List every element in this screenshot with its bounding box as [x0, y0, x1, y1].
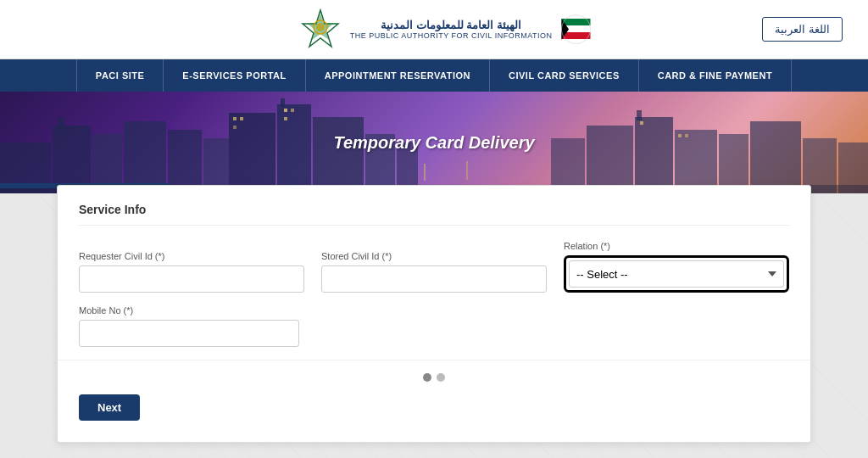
form-row-2: Mobile No (*)	[79, 305, 789, 347]
svg-rect-5	[561, 19, 590, 25]
logo-arabic-text: الهيئة العامة للمعلومات المدنية	[381, 19, 521, 31]
form-row-1: Requester Civil Id (*) Stored Civil Id (…	[79, 241, 789, 293]
next-button[interactable]: Next	[79, 394, 140, 421]
mobile-no-label: Mobile No (*)	[79, 305, 299, 316]
arabic-language-button[interactable]: اللغة العربية	[762, 17, 843, 42]
hero-title: Temporary Card Delivery	[333, 133, 534, 153]
logo-container: الهيئة العامة للمعلومات المدنية THE PUBL…	[299, 8, 591, 51]
svg-rect-36	[284, 109, 287, 112]
header: الهيئة العامة للمعلومات المدنية THE PUBL…	[0, 0, 868, 59]
hero-background: Temporary Card Delivery	[0, 92, 868, 193]
requester-civil-id-group: Requester Civil Id (*)	[79, 251, 304, 293]
nav-item-paci-site[interactable]: PACI SITE	[76, 59, 164, 92]
form-separator	[58, 360, 810, 360]
pagination-dot-1	[423, 373, 431, 382]
svg-rect-19	[281, 98, 285, 107]
stored-civil-id-group: Stored Civil Id (*)	[321, 251, 547, 293]
relation-group: Relation (*) -- Select -- Self Spouse Ch…	[564, 241, 789, 293]
nav-item-eservices[interactable]: E-SERVICES PORTAL	[164, 59, 305, 92]
svg-rect-40	[678, 134, 682, 137]
svg-rect-38	[284, 117, 287, 120]
service-info-form: Service Info Requester Civil Id (*) Stor…	[57, 185, 811, 443]
svg-rect-20	[313, 117, 364, 193]
form-section-title: Service Info	[79, 203, 789, 226]
svg-rect-34	[240, 117, 243, 120]
pagination-dot-2	[437, 373, 445, 382]
svg-rect-27	[675, 130, 717, 193]
svg-rect-41	[685, 134, 688, 137]
relation-select[interactable]: -- Select -- Self Spouse Child Parent	[569, 260, 784, 288]
pagination-dots	[79, 373, 789, 382]
svg-rect-39	[640, 121, 643, 125]
svg-rect-24	[587, 126, 633, 193]
relation-label: Relation (*)	[564, 241, 789, 251]
stored-civil-id-input[interactable]	[321, 265, 547, 293]
stored-civil-id-label: Stored Civil Id (*)	[321, 251, 547, 261]
svg-rect-29	[750, 121, 801, 193]
svg-rect-33	[233, 117, 236, 120]
svg-rect-42	[424, 164, 426, 181]
relation-select-highlight: -- Select -- Self Spouse Child Parent	[564, 255, 789, 293]
svg-rect-43	[466, 161, 468, 180]
navigation-bar: PACI SITE E-SERVICES PORTAL APPOINTMENT …	[0, 59, 868, 92]
requester-civil-id-label: Requester Civil Id (*)	[79, 251, 304, 261]
svg-point-3	[316, 23, 325, 31]
svg-rect-17	[229, 113, 275, 193]
nav-item-appointment[interactable]: APPOINTMENT RESERVATION	[306, 59, 490, 92]
requester-civil-id-input[interactable]	[79, 265, 304, 293]
logo-english-text: THE PUBLIC AUTHORITY FOR CIVIL INFORMATI…	[350, 31, 553, 40]
svg-rect-25	[635, 117, 673, 193]
nav-item-card-fine[interactable]: CARD & FINE PAYMENT	[639, 59, 792, 92]
svg-rect-12	[58, 117, 64, 130]
svg-rect-15	[168, 130, 202, 193]
svg-rect-26	[637, 110, 642, 120]
nav-item-civil-card[interactable]: CIVIL CARD SERVICES	[490, 59, 639, 92]
svg-rect-37	[291, 109, 294, 112]
mobile-no-input[interactable]	[79, 320, 299, 347]
svg-rect-18	[277, 104, 311, 193]
paci-emblem	[299, 8, 342, 51]
mobile-no-group: Mobile No (*)	[79, 305, 299, 347]
logo-text: الهيئة العامة للمعلومات المدنية THE PUBL…	[350, 19, 553, 40]
hero-section: Temporary Card Delivery	[0, 92, 868, 193]
kuwait-flag-icon	[561, 14, 591, 44]
svg-rect-35	[233, 126, 236, 129]
